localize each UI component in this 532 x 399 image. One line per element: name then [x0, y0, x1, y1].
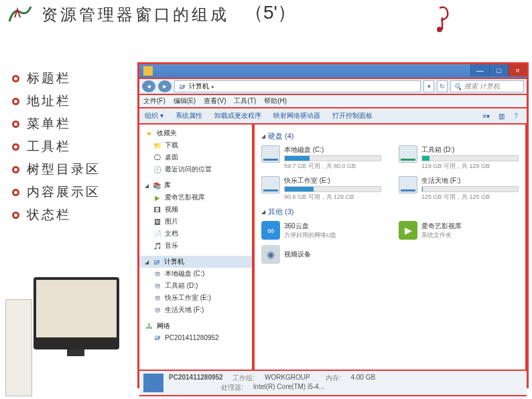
search-input[interactable]: 🔍 搜索 计算机 [450, 80, 524, 92]
menu-help[interactable]: 帮助(H) [264, 96, 287, 106]
recent-icon: 🕘 [153, 165, 161, 174]
drive-name: 本地磁盘 (C:) [284, 145, 381, 155]
drive-icon: ⛃ [153, 270, 161, 278]
tree-downloads[interactable]: 📁下载 [139, 139, 252, 151]
refresh-button[interactable]: ↻ [437, 80, 448, 92]
memory-value: 4.00 GB [350, 374, 375, 383]
outline-item: 工具栏 [12, 138, 101, 155]
tree-drive-d[interactable]: ⛃工具箱 (D:) [139, 280, 252, 292]
item-name: 视频设备 [284, 250, 311, 259]
workgroup-value: WORKGROUP [265, 374, 310, 383]
outline-label: 标题栏 [27, 70, 71, 87]
tree-documents[interactable]: 📄文档 [139, 228, 252, 240]
drive-f[interactable]: 生活天地 (F:) 125 GB 可用，共 125 GB [399, 176, 519, 202]
tree-recent[interactable]: 🕘最近访问的位置 [139, 163, 252, 175]
tree-label: 桌面 [165, 153, 178, 162]
computer-icon: 🖳 [178, 82, 186, 91]
computer-icon: 🖳 [152, 258, 161, 266]
tree-music[interactable]: 🎵音乐 [139, 240, 252, 252]
uninstall-button[interactable]: 卸载或更改程序 [214, 111, 261, 121]
breadcrumb[interactable]: 计算机 [189, 82, 209, 91]
title-bar[interactable]: — □ × [139, 64, 527, 79]
group-other[interactable]: ◢其他 (3) [261, 207, 519, 217]
tree-label: 最近访问的位置 [165, 165, 212, 174]
tree-label: 本地磁盘 (C:) [165, 269, 204, 278]
address-field[interactable]: 🖳 计算机 ▸ [174, 80, 421, 92]
tree-favorites[interactable]: ★收藏夹 [139, 127, 252, 139]
drive-c[interactable]: 本地磁盘 (C:) 59.7 GB 可用，共 80.0 GB [261, 145, 381, 171]
details-pane: PC201411280952 工作组: WORKGROUP 内存: 4.00 G… [139, 370, 527, 395]
group-drives[interactable]: ◢硬盘 (4) [261, 131, 519, 141]
minimize-button[interactable]: — [470, 64, 489, 76]
map-drive-button[interactable]: 映射网络驱动器 [273, 111, 320, 121]
tree-iqiyi[interactable]: ▶爱奇艺影视库 [139, 191, 252, 204]
tree-label: PC201411280952 [165, 334, 219, 341]
tree-videos[interactable]: 🎞视频 [139, 204, 252, 216]
menu-file[interactable]: 文件(F) [143, 96, 165, 106]
slide-logo-left [4, 3, 36, 27]
content-panel[interactable]: ◢硬盘 (4) 本地磁盘 (C:) 59.7 GB 可用，共 80.0 GB 工… [253, 125, 527, 370]
tree-computer[interactable]: ◢🖳计算机 [139, 256, 252, 268]
drive-d[interactable]: 工具箱 (D:) 119 GB 可用，共 129 GB [399, 145, 519, 171]
dropdown-history-button[interactable]: ▾ [423, 80, 434, 92]
chevron-right-icon[interactable]: ▸ [212, 84, 214, 90]
tree-label: 爱奇艺影视库 [165, 193, 205, 202]
drive-e[interactable]: 快乐工作室 (E:) 90.6 GB 可用，共 129 GB [261, 176, 381, 202]
tree-libraries[interactable]: ◢📚库 [139, 179, 252, 191]
outline-item: 地址栏 [12, 92, 101, 110]
drive-icon [399, 176, 417, 193]
forward-button[interactable]: ► [158, 80, 172, 92]
item-sub: 系统文件夹 [421, 231, 462, 240]
outline-label: 地址栏 [27, 92, 71, 110]
outline-label: 菜单栏 [27, 115, 71, 133]
preview-pane-button[interactable]: ▥ [496, 111, 507, 121]
drive-name: 工具箱 (D:) [421, 145, 519, 155]
menu-edit[interactable]: 编辑(E) [174, 96, 196, 106]
menu-tools[interactable]: 工具(T) [234, 96, 256, 106]
chevron-down-icon: ◢ [261, 133, 265, 139]
tool-bar: 组织 ▾ 系统属性 卸载或更改程序 映射网络驱动器 打开控制面板 ≡▾ ▥ ? [139, 108, 527, 125]
item-name: 爱奇艺影视库 [421, 222, 462, 231]
close-button[interactable]: × [508, 64, 527, 76]
outline-label: 状态栏 [27, 206, 71, 224]
slide-score: （5'） [245, 0, 296, 25]
tree-label: 生活天地 (F:) [165, 305, 204, 315]
tree-panel[interactable]: ★收藏夹 📁下载 🖵桌面 🕘最近访问的位置 ◢📚库 ▶爱奇艺影视库 🎞视频 🖼图… [139, 125, 253, 370]
control-panel-button[interactable]: 打开控制面板 [332, 111, 373, 121]
item-360cloud[interactable]: ∞ 360云盘方便好用的网络U盘 [261, 221, 381, 240]
outline-item: 状态栏 [12, 206, 101, 224]
item-video-device[interactable]: ◉ 视频设备 [261, 245, 385, 264]
tree-network[interactable]: 🖧网络 [139, 320, 252, 332]
maximize-button[interactable]: □ [489, 64, 508, 76]
outline-item: 树型目录区 [12, 161, 101, 178]
drive-capacity: 119 GB 可用，共 129 GB [421, 162, 519, 171]
help-button[interactable]: ? [511, 111, 521, 121]
drive-icon [261, 145, 280, 163]
back-button[interactable]: ◄ [142, 80, 155, 92]
tree-pc[interactable]: 🖳PC201411280952 [139, 332, 252, 343]
cloud-icon: ∞ [261, 221, 280, 240]
outline-label: 内容展示区 [27, 183, 101, 201]
slide-title: 资源管理器窗口的组成 [42, 4, 229, 25]
item-iqiyi[interactable]: ▶ 爱奇艺影视库系统文件夹 [399, 221, 519, 240]
organize-button[interactable]: 组织 ▾ [145, 111, 163, 121]
workgroup-label: 工作组: [232, 374, 255, 383]
app-icon [143, 66, 153, 76]
tree-pictures[interactable]: 🖼图片 [139, 216, 252, 228]
outline-item: 标题栏 [12, 70, 101, 87]
outline-label: 树型目录区 [27, 161, 101, 178]
system-properties-button[interactable]: 系统属性 [176, 111, 202, 121]
tree-drive-c[interactable]: ⛃本地磁盘 (C:) [139, 268, 252, 280]
drive-name: 生活天地 (F:) [421, 176, 519, 185]
tree-desktop[interactable]: 🖵桌面 [139, 151, 252, 163]
view-mode-button[interactable]: ≡▾ [481, 111, 492, 121]
music-icon: 🎵 [153, 242, 161, 250]
video-lib-icon: ▶ [153, 193, 161, 202]
group-label: 硬盘 (4) [268, 131, 294, 141]
drive-capacity: 90.6 GB 可用，共 129 GB [284, 193, 381, 202]
tree-drive-f[interactable]: ⛃生活天地 (F:) [139, 304, 252, 316]
tree-drive-e[interactable]: ⛃快乐工作室 (E:) [139, 292, 252, 304]
bullet-icon [12, 212, 19, 219]
chevron-down-icon: ◢ [145, 183, 149, 189]
menu-view[interactable]: 查看(V) [204, 96, 226, 106]
